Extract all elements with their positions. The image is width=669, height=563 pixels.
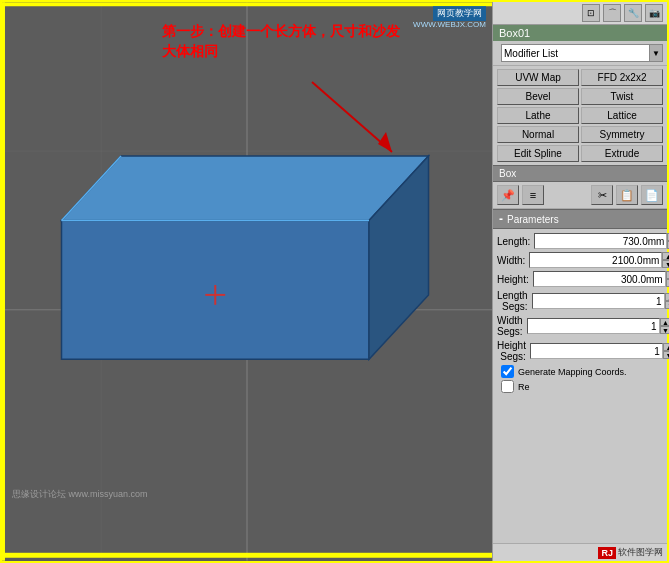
length-input[interactable]	[534, 233, 667, 249]
width-segs-label: Width Segs:	[497, 315, 523, 337]
generate-mapping-row: Generate Mapping Coords.	[497, 365, 663, 378]
width-segs-input-wrap: ▲ ▼	[527, 318, 669, 334]
real-world-checkbox[interactable]	[501, 380, 514, 393]
height-label: Height:	[497, 274, 529, 285]
svg-rect-13	[2, 553, 492, 558]
normal-button[interactable]: Normal	[497, 126, 579, 143]
modifier-list-row: ▼	[493, 41, 667, 66]
modifier-buttons: UVW Map FFD 2x2x2 Bevel Twist Lathe Latt…	[493, 66, 667, 165]
width-segs-spinner: ▲ ▼	[660, 318, 669, 334]
svg-marker-17	[378, 132, 392, 152]
lattice-button[interactable]: Lattice	[581, 107, 663, 124]
watermark: 思缘设计论坛 www.missyuan.com	[12, 488, 148, 501]
modifier-dropdown-wrap: ▼	[501, 44, 663, 62]
logo-bar: RJ 软件图学网	[493, 543, 667, 561]
annotation-text: 第一步：创建一个长方体，尺寸和沙发 大体相同	[162, 22, 400, 61]
main-container: 第一步：创建一个长方体，尺寸和沙发 大体相同 思缘设计论坛 www.missyu…	[0, 0, 669, 563]
ffd-button[interactable]: FFD 2x2x2	[581, 69, 663, 86]
rjzxw-logo: RJ 软件图学网	[598, 546, 663, 559]
width-segs-row: Width Segs: ▲ ▼	[497, 315, 663, 337]
object-type-label: Box	[499, 168, 516, 179]
height-segs-spinner: ▲ ▼	[663, 343, 669, 359]
stack-icon[interactable]: ≡	[522, 185, 544, 205]
rj-logo-text: 软件图学网	[618, 546, 663, 559]
toolbar-icon-2[interactable]: ⌒	[603, 4, 621, 22]
width-segs-spin-down[interactable]: ▼	[660, 326, 669, 334]
width-label: Width:	[497, 255, 525, 266]
length-label: Length:	[497, 236, 530, 247]
length-segs-input[interactable]	[532, 293, 665, 309]
edit-spline-button[interactable]: Edit Spline	[497, 145, 579, 162]
length-segs-spinner: ▲ ▼	[665, 293, 669, 309]
paste-icon[interactable]: 📄	[641, 185, 663, 205]
height-segs-spin-down[interactable]: ▼	[663, 351, 669, 359]
parameters-section-header: - Parameters	[493, 209, 667, 229]
object-name-bar: Box01	[493, 25, 667, 41]
site-url: WWW.WEBJX.COM	[413, 20, 486, 29]
top-toolbar: ⊡ ⌒ 🔧 📷	[493, 2, 667, 25]
modifier-toolbar-strip: 📌 ≡ ✂ 📋 📄	[493, 182, 667, 209]
width-segs-input[interactable]	[527, 318, 660, 334]
section-collapse[interactable]: -	[499, 212, 503, 226]
width-segs-spin-up[interactable]: ▲	[660, 318, 669, 326]
height-segs-label: Height Segs:	[497, 340, 526, 362]
width-input-wrap: ▲ ▼	[529, 252, 669, 268]
height-row: Height: ▲ ▼	[497, 271, 663, 287]
modifier-list-input[interactable]	[501, 44, 649, 62]
viewport: 第一步：创建一个长方体，尺寸和沙发 大体相同 思缘设计论坛 www.missyu…	[2, 2, 492, 561]
length-segs-spin-down[interactable]: ▼	[665, 301, 669, 309]
parameters-label: Parameters	[507, 214, 559, 225]
height-segs-spin-up[interactable]: ▲	[663, 343, 669, 351]
right-panel: ⊡ ⌒ 🔧 📷 Box01 ▼ UVW Map FFD 2x2x2 Bevel …	[492, 2, 667, 561]
svg-rect-14	[2, 2, 492, 6]
rj-logo-icon: RJ	[598, 547, 616, 559]
width-input[interactable]	[529, 252, 662, 268]
cut-icon[interactable]: ✂	[591, 185, 613, 205]
generate-mapping-label: Generate Mapping Coords.	[518, 367, 627, 377]
width-row: Width: ▲ ▼	[497, 252, 663, 268]
symmetry-button[interactable]: Symmetry	[581, 126, 663, 143]
object-name: Box01	[499, 27, 530, 39]
width-spin-up[interactable]: ▲	[662, 252, 669, 260]
extrude-button[interactable]: Extrude	[581, 145, 663, 162]
length-segs-row: Length Segs: ▲ ▼	[497, 290, 663, 312]
height-input[interactable]	[533, 271, 666, 287]
width-spin-down[interactable]: ▼	[662, 260, 669, 268]
height-segs-input[interactable]	[530, 343, 663, 359]
uvw-map-button[interactable]: UVW Map	[497, 69, 579, 86]
width-spinner: ▲ ▼	[662, 252, 669, 268]
length-segs-input-wrap: ▲ ▼	[532, 293, 669, 309]
params-section: Length: ▲ ▼ Width: ▲ ▼	[493, 229, 667, 543]
height-segs-row: Height Segs: ▲ ▼	[497, 340, 663, 362]
svg-rect-15	[2, 2, 5, 560]
height-input-wrap: ▲ ▼	[533, 271, 669, 287]
real-world-row: Re	[497, 380, 663, 393]
generate-mapping-checkbox[interactable]	[501, 365, 514, 378]
length-segs-spin-up[interactable]: ▲	[665, 293, 669, 301]
modifier-dropdown-arrow[interactable]: ▼	[649, 44, 663, 62]
copy-icon[interactable]: 📋	[616, 185, 638, 205]
toolbar-icon-camera[interactable]: 📷	[645, 4, 663, 22]
pin-icon[interactable]: 📌	[497, 185, 519, 205]
bevel-button[interactable]: Bevel	[497, 88, 579, 105]
toolbar-icon-3[interactable]: 🔧	[624, 4, 642, 22]
lathe-button[interactable]: Lathe	[497, 107, 579, 124]
toolbar-icon-1[interactable]: ⊡	[582, 4, 600, 22]
height-segs-input-wrap: ▲ ▼	[530, 343, 669, 359]
object-type-header: Box	[493, 165, 667, 182]
length-segs-label: Length Segs:	[497, 290, 528, 312]
length-input-wrap: ▲ ▼	[534, 233, 669, 249]
length-row: Length: ▲ ▼	[497, 233, 663, 249]
site-label: 网页教学网	[433, 6, 486, 21]
twist-button[interactable]: Twist	[581, 88, 663, 105]
real-world-label: Re	[518, 382, 530, 392]
